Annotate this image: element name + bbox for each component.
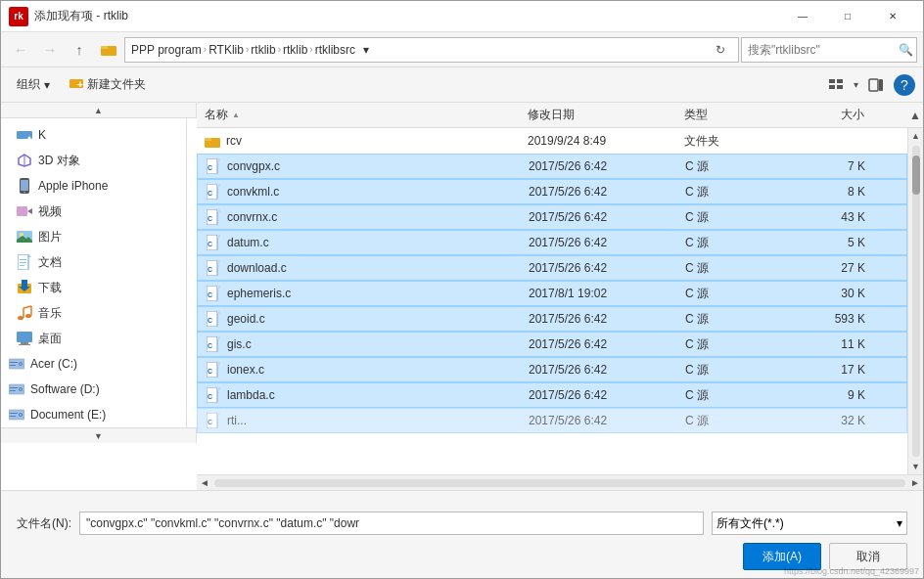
table-row[interactable]: C rti... 2017/5/26 6:42 C 源 32 K (197, 408, 907, 433)
svg-rect-49 (10, 413, 18, 414)
cfile-icon: C (206, 413, 221, 428)
address-path[interactable]: PPP program › RTKlib › rtklib › rtklib ›… (124, 37, 739, 63)
sidebar-item-software-d[interactable]: Software (D:) (1, 377, 186, 402)
table-row[interactable]: rcv 2019/9/24 8:49 文件夹 (197, 128, 907, 154)
table-row[interactable]: C datum.c 2017/5/26 6:42 C 源 5 K (197, 230, 907, 255)
horizontal-scrollbar[interactable]: ◄ ► (197, 474, 923, 490)
table-row[interactable]: C convrnx.c 2017/5/26 6:42 C 源 43 K (197, 204, 907, 230)
svg-text:C: C (208, 215, 212, 222)
hdd3-icon (9, 407, 24, 423)
filename-input[interactable] (79, 512, 704, 535)
addressbar: ← → ↑ PPP program › RTKlib › rtklib › rt… (1, 32, 923, 67)
minimize-button[interactable]: — (780, 1, 825, 32)
svg-rect-5 (837, 79, 843, 83)
scroll-thumb[interactable] (912, 156, 920, 195)
svg-point-16 (23, 192, 25, 194)
maximize-button[interactable]: □ (825, 1, 870, 32)
cfile-icon: C (206, 387, 221, 403)
col-size-header[interactable]: 大小 (794, 107, 872, 123)
sidebar-item-acer-c[interactable]: Acer (C:) (1, 351, 186, 377)
table-row[interactable]: C gis.c 2017/5/26 6:42 C 源 11 K (197, 332, 907, 357)
sidebar-item-pictures[interactable]: 图片 (1, 224, 186, 249)
sidebar-item-apple-iphone[interactable]: Apple iPhone (1, 173, 186, 199)
forward-button[interactable]: → (36, 36, 64, 64)
organize-button[interactable]: 组织 ▾ (9, 71, 58, 99)
app-icon: rk (9, 7, 28, 26)
svg-text:C: C (208, 241, 212, 247)
svg-rect-6 (829, 85, 835, 89)
table-row[interactable]: C convgpx.c 2017/5/26 6:42 C 源 7 K (197, 154, 907, 179)
svg-point-11 (28, 137, 31, 140)
table-row[interactable]: C geoid.c 2017/5/26 6:42 C 源 593 K (197, 306, 907, 332)
svg-point-48 (20, 414, 22, 416)
sidebar-item-videos[interactable]: 视频 (1, 199, 186, 224)
breadcrumb-dropdown[interactable]: ▾ (357, 41, 375, 59)
svg-rect-44 (10, 387, 18, 388)
filetype-select[interactable]: 所有文件(*.*) ▾ (712, 512, 907, 535)
table-row[interactable]: C ephemeris.c 2017/8/1 19:02 C 源 30 K (197, 281, 907, 306)
svg-rect-52 (205, 138, 211, 141)
svg-rect-72 (217, 311, 220, 314)
preview-pane-button[interactable] (862, 71, 890, 99)
search-input[interactable] (748, 43, 895, 57)
svg-rect-15 (21, 180, 28, 191)
sidebar-item-desktop[interactable]: 桌面 (1, 326, 186, 351)
action-row: 添加(A) 取消 (17, 543, 907, 570)
toolbar-right: ▾ ? (822, 71, 915, 99)
table-row[interactable]: C download.c 2017/5/26 6:42 C 源 27 K (197, 255, 907, 281)
scroll-left-button[interactable]: ◄ (197, 475, 212, 491)
back-button[interactable]: ← (7, 36, 34, 64)
sidebar-item-documents[interactable]: 文档 (1, 249, 186, 275)
vertical-scrollbar[interactable]: ▲ ▼ (907, 128, 923, 474)
close-button[interactable]: ✕ (870, 1, 915, 32)
svg-rect-57 (217, 184, 220, 187)
toolbar: 组织 ▾ + 新建文件夹 ▾ (1, 67, 923, 103)
hscroll-track[interactable] (214, 479, 905, 487)
header-scroll-up[interactable]: ▲ (907, 103, 923, 128)
search-box[interactable]: 🔍 (741, 37, 917, 63)
svg-point-38 (20, 363, 22, 365)
sidebar-item-music[interactable]: 音乐 (1, 300, 186, 326)
table-row[interactable]: C ionex.c 2017/5/26 6:42 C 源 17 K (197, 357, 907, 382)
table-row[interactable]: C convkml.c 2017/5/26 6:42 C 源 8 K (197, 179, 907, 204)
sidebar-item-k[interactable]: K (1, 122, 186, 148)
cfile-icon: C (206, 184, 221, 200)
watermark: https://blog.csdn.net/qq_42369997 (784, 566, 919, 576)
col-type-header[interactable]: 类型 (676, 107, 794, 123)
bc-ppp: PPP program (131, 43, 202, 57)
file-list-wrapper: rcv 2019/9/24 8:49 文件夹 C convgpx.c (197, 128, 923, 474)
view-options-button[interactable] (822, 71, 850, 99)
sort-icon: ▲ (232, 111, 240, 119)
svg-rect-34 (21, 342, 28, 344)
svg-rect-81 (217, 387, 220, 390)
scroll-track[interactable] (912, 146, 920, 457)
sidebar-item-document-e[interactable]: Document (E:) (1, 402, 186, 427)
col-date-header[interactable]: 修改日期 (520, 107, 676, 123)
sidebar-item-downloads[interactable]: 下载 (1, 275, 186, 300)
svg-rect-60 (217, 209, 220, 212)
svg-rect-35 (19, 344, 30, 345)
svg-point-29 (25, 314, 31, 318)
sidebar-scroll-up[interactable]: ▲ (1, 103, 197, 118)
refresh-button[interactable]: ↻ (709, 38, 732, 62)
sidebar-item-3d[interactable]: 3D 对象 (1, 148, 186, 173)
sidebar-scroll-down[interactable]: ▼ (1, 427, 197, 443)
sidebar: K 3D 对象 Apple iPhone (1, 118, 187, 427)
downloads-icon (17, 280, 32, 295)
svg-text:C: C (208, 266, 212, 273)
new-folder-button[interactable]: + 新建文件夹 (62, 71, 154, 99)
svg-point-28 (18, 316, 23, 320)
up-button[interactable]: ↑ (66, 36, 93, 64)
dropdown-arrow-icon: ▾ (897, 516, 902, 530)
svg-text:C: C (208, 342, 212, 349)
svg-text:+: + (77, 79, 83, 90)
scroll-right-button[interactable]: ► (907, 475, 923, 491)
file-area: 名称 ▲ 修改日期 类型 大小 ▲ (197, 103, 923, 490)
table-row[interactable]: C lambda.c 2017/5/26 6:42 C 源 9 K (197, 382, 907, 408)
col-name-header[interactable]: 名称 ▲ (197, 107, 520, 123)
scroll-up-button[interactable]: ▲ (908, 128, 924, 144)
help-button[interactable]: ? (894, 74, 915, 96)
scroll-down-button[interactable]: ▼ (908, 459, 924, 474)
new-folder-icon: + (69, 76, 83, 93)
svg-rect-1 (101, 46, 108, 49)
